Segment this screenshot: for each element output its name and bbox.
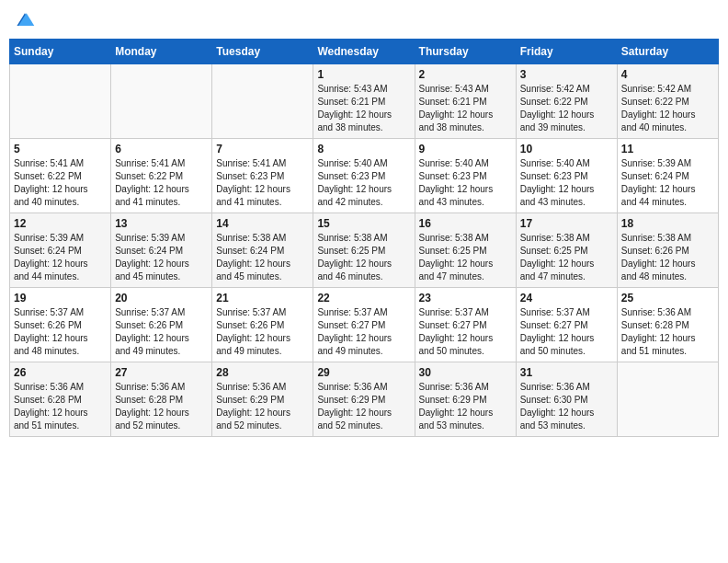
col-header-friday: Friday [516,40,617,64]
calendar-cell: 25Sunrise: 5:36 AM Sunset: 6:28 PM Dayli… [617,288,718,362]
calendar-cell [111,64,212,139]
calendar-cell: 26Sunrise: 5:36 AM Sunset: 6:28 PM Dayli… [10,362,111,437]
day-info: Sunrise: 5:40 AM Sunset: 6:23 PM Dayligh… [520,157,613,209]
day-info: Sunrise: 5:37 AM Sunset: 6:26 PM Dayligh… [115,306,208,358]
calendar-week-row: 26Sunrise: 5:36 AM Sunset: 6:28 PM Dayli… [10,362,719,437]
calendar-cell: 19Sunrise: 5:37 AM Sunset: 6:26 PM Dayli… [10,288,111,362]
day-number: 24 [520,292,613,304]
day-number: 8 [317,143,410,155]
calendar-cell: 10Sunrise: 5:40 AM Sunset: 6:23 PM Dayli… [516,139,617,213]
calendar-header-row: SundayMondayTuesdayWednesdayThursdayFrid… [10,40,719,64]
day-number: 23 [419,292,512,304]
calendar-cell: 16Sunrise: 5:38 AM Sunset: 6:25 PM Dayli… [415,213,516,288]
day-number: 29 [317,366,410,379]
day-number: 30 [419,366,512,379]
day-number: 5 [14,143,107,155]
day-number: 17 [520,217,613,230]
day-info: Sunrise: 5:37 AM Sunset: 6:27 PM Dayligh… [317,306,410,358]
day-info: Sunrise: 5:37 AM Sunset: 6:26 PM Dayligh… [216,306,309,358]
day-number: 2 [419,68,512,81]
day-info: Sunrise: 5:39 AM Sunset: 6:24 PM Dayligh… [621,157,714,209]
calendar-cell: 14Sunrise: 5:38 AM Sunset: 6:24 PM Dayli… [212,213,313,288]
col-header-thursday: Thursday [415,40,516,64]
calendar-cell: 6Sunrise: 5:41 AM Sunset: 6:22 PM Daylig… [111,139,212,213]
calendar-cell: 15Sunrise: 5:38 AM Sunset: 6:25 PM Dayli… [313,213,415,288]
day-info: Sunrise: 5:41 AM Sunset: 6:22 PM Dayligh… [14,157,107,209]
svg-marker-1 [18,13,34,26]
day-number: 14 [216,217,309,230]
col-header-wednesday: Wednesday [313,40,415,64]
calendar-cell: 4Sunrise: 5:42 AM Sunset: 6:22 PM Daylig… [617,64,718,139]
day-info: Sunrise: 5:42 AM Sunset: 6:22 PM Dayligh… [621,83,714,134]
col-header-saturday: Saturday [617,40,718,64]
calendar-cell: 11Sunrise: 5:39 AM Sunset: 6:24 PM Dayli… [617,139,718,213]
calendar-cell: 9Sunrise: 5:40 AM Sunset: 6:23 PM Daylig… [415,139,516,213]
day-info: Sunrise: 5:41 AM Sunset: 6:22 PM Dayligh… [115,157,208,209]
day-number: 22 [317,292,410,304]
calendar-cell [212,64,313,139]
calendar-table: SundayMondayTuesdayWednesdayThursdayFrid… [9,39,719,437]
day-number: 27 [115,366,208,379]
day-info: Sunrise: 5:36 AM Sunset: 6:29 PM Dayligh… [216,381,309,432]
day-info: Sunrise: 5:36 AM Sunset: 6:29 PM Dayligh… [419,381,512,432]
day-info: Sunrise: 5:39 AM Sunset: 6:24 PM Dayligh… [115,232,208,283]
day-info: Sunrise: 5:37 AM Sunset: 6:26 PM Dayligh… [14,306,107,358]
day-info: Sunrise: 5:36 AM Sunset: 6:29 PM Dayligh… [317,381,410,432]
calendar-cell [10,64,111,139]
day-info: Sunrise: 5:37 AM Sunset: 6:27 PM Dayligh… [520,306,613,358]
day-info: Sunrise: 5:38 AM Sunset: 6:25 PM Dayligh… [419,232,512,283]
day-info: Sunrise: 5:40 AM Sunset: 6:23 PM Dayligh… [317,157,410,209]
day-info: Sunrise: 5:36 AM Sunset: 6:28 PM Dayligh… [115,381,208,432]
calendar-cell: 3Sunrise: 5:42 AM Sunset: 6:22 PM Daylig… [516,64,617,139]
day-info: Sunrise: 5:38 AM Sunset: 6:24 PM Dayligh… [216,232,309,283]
page-header [9,9,719,31]
calendar-cell: 5Sunrise: 5:41 AM Sunset: 6:22 PM Daylig… [10,139,111,213]
day-info: Sunrise: 5:39 AM Sunset: 6:24 PM Dayligh… [14,232,107,283]
calendar-week-row: 1Sunrise: 5:43 AM Sunset: 6:21 PM Daylig… [10,64,719,139]
day-info: Sunrise: 5:38 AM Sunset: 6:25 PM Dayligh… [520,232,613,283]
day-number: 21 [216,292,309,304]
calendar-cell: 20Sunrise: 5:37 AM Sunset: 6:26 PM Dayli… [111,288,212,362]
day-number: 12 [14,217,107,230]
day-info: Sunrise: 5:37 AM Sunset: 6:27 PM Dayligh… [419,306,512,358]
calendar-cell: 1Sunrise: 5:43 AM Sunset: 6:21 PM Daylig… [313,64,415,139]
calendar-cell: 29Sunrise: 5:36 AM Sunset: 6:29 PM Dayli… [313,362,415,437]
day-number: 13 [115,217,208,230]
day-number: 25 [621,292,714,304]
day-number: 26 [14,366,107,379]
calendar-cell: 21Sunrise: 5:37 AM Sunset: 6:26 PM Dayli… [212,288,313,362]
day-info: Sunrise: 5:38 AM Sunset: 6:25 PM Dayligh… [317,232,410,283]
calendar-cell: 7Sunrise: 5:41 AM Sunset: 6:23 PM Daylig… [212,139,313,213]
day-number: 10 [520,143,613,155]
day-number: 3 [520,68,613,81]
calendar-cell [617,362,718,437]
day-number: 1 [317,68,410,81]
day-number: 6 [115,143,208,155]
day-number: 4 [621,68,714,81]
day-number: 28 [216,366,309,379]
calendar-cell: 17Sunrise: 5:38 AM Sunset: 6:25 PM Dayli… [516,213,617,288]
day-info: Sunrise: 5:36 AM Sunset: 6:28 PM Dayligh… [14,381,107,432]
day-info: Sunrise: 5:42 AM Sunset: 6:22 PM Dayligh… [520,83,613,134]
calendar-cell: 31Sunrise: 5:36 AM Sunset: 6:30 PM Dayli… [516,362,617,437]
day-number: 9 [419,143,512,155]
calendar-cell: 24Sunrise: 5:37 AM Sunset: 6:27 PM Dayli… [516,288,617,362]
day-info: Sunrise: 5:36 AM Sunset: 6:28 PM Dayligh… [621,306,714,358]
day-number: 20 [115,292,208,304]
calendar-cell: 22Sunrise: 5:37 AM Sunset: 6:27 PM Dayli… [313,288,415,362]
calendar-cell: 28Sunrise: 5:36 AM Sunset: 6:29 PM Dayli… [212,362,313,437]
calendar-cell: 12Sunrise: 5:39 AM Sunset: 6:24 PM Dayli… [10,213,111,288]
col-header-tuesday: Tuesday [212,40,313,64]
calendar-cell: 23Sunrise: 5:37 AM Sunset: 6:27 PM Dayli… [415,288,516,362]
day-info: Sunrise: 5:38 AM Sunset: 6:26 PM Dayligh… [621,232,714,283]
day-number: 19 [14,292,107,304]
day-number: 7 [216,143,309,155]
day-number: 11 [621,143,714,155]
logo [13,9,37,31]
calendar-week-row: 12Sunrise: 5:39 AM Sunset: 6:24 PM Dayli… [10,213,719,288]
calendar-cell: 30Sunrise: 5:36 AM Sunset: 6:29 PM Dayli… [415,362,516,437]
day-number: 18 [621,217,714,230]
day-info: Sunrise: 5:36 AM Sunset: 6:30 PM Dayligh… [520,381,613,432]
calendar-cell: 18Sunrise: 5:38 AM Sunset: 6:26 PM Dayli… [617,213,718,288]
calendar-cell: 2Sunrise: 5:43 AM Sunset: 6:21 PM Daylig… [415,64,516,139]
